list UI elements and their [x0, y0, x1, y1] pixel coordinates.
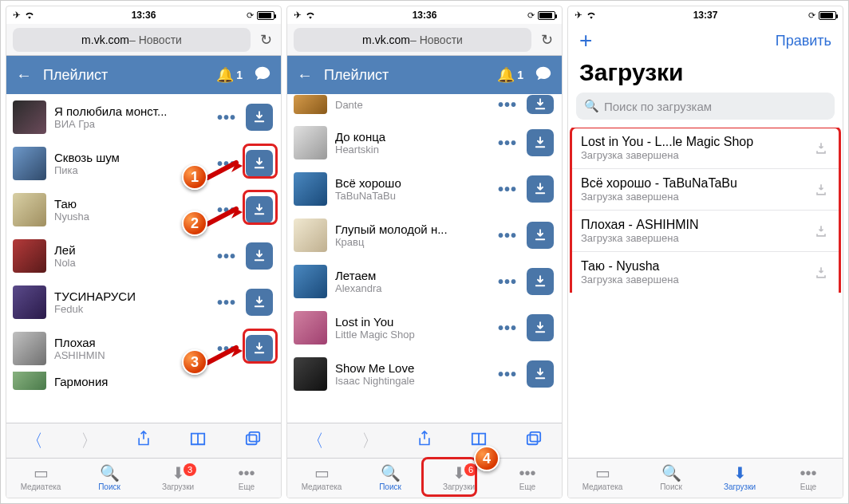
track-list[interactable]: Я полюбила монст...ВИА Гра••• Сквозь шум…	[6, 94, 281, 423]
search-input[interactable]: 🔍 Поиск по загрузкам	[576, 93, 835, 120]
clock: 13:36	[132, 10, 156, 21]
bell-icon[interactable]: 🔔1	[216, 66, 243, 84]
share-icon[interactable]	[136, 430, 152, 452]
download-button[interactable]	[527, 175, 554, 203]
vk-header: ← Плейлист 🔔1	[287, 56, 562, 94]
download-button[interactable]	[527, 129, 554, 156]
track-list[interactable]: Dante••• До концаHeartskin••• Всё хорошо…	[287, 94, 562, 423]
track-row[interactable]: ПлохаяASHIHMIN•••	[6, 325, 281, 372]
track-artist: Heartskin	[335, 144, 488, 156]
phone-3: ✈ 13:37 ⟳ + Править Загрузки 🔍 Поиск по …	[567, 6, 843, 498]
track-title: Сквозь шум	[54, 151, 207, 164]
track-row[interactable]: Сквозь шумПика•••	[6, 140, 281, 187]
download-button[interactable]	[527, 360, 554, 388]
download-status: Загрузка завершена	[581, 274, 804, 285]
track-row[interactable]: Lost in YouLittle Magic Shop•••	[287, 305, 562, 351]
more-icon[interactable]: •••	[215, 293, 238, 312]
more-icon[interactable]: •••	[215, 155, 238, 173]
download-button[interactable]	[246, 104, 273, 131]
track-row[interactable]: До концаHeartskin•••	[287, 120, 562, 166]
address-field[interactable]: m.vk.com – Новости	[13, 28, 251, 52]
tab-downloads[interactable]: ⬇3Загрузки	[144, 465, 212, 491]
track-title: Lost in You	[335, 315, 488, 329]
more-icon[interactable]: •••	[496, 226, 519, 245]
address-field[interactable]: m.vk.com – Новости	[294, 28, 531, 52]
bell-icon[interactable]: 🔔1	[497, 66, 523, 84]
track-row[interactable]: Show Me LoveIsaac Nightingale•••	[287, 351, 562, 397]
download-button[interactable]	[246, 289, 273, 316]
redownload-icon[interactable]	[812, 181, 830, 199]
track-row[interactable]: Глупый молодой н...Кравц•••	[287, 212, 562, 258]
edit-button[interactable]: Править	[776, 33, 831, 49]
track-row[interactable]: Я полюбила монст...ВИА Гра•••	[6, 94, 281, 140]
tab-badge: 3	[184, 463, 196, 476]
more-icon[interactable]: •••	[215, 247, 238, 266]
back-icon[interactable]: ←	[297, 66, 313, 85]
download-button[interactable]	[527, 222, 554, 249]
tab-library[interactable]: ▭Медиатека	[287, 465, 356, 491]
chat-icon[interactable]	[535, 65, 552, 86]
redownload-icon[interactable]	[812, 264, 830, 282]
tab-more[interactable]: •••Еще	[493, 465, 562, 491]
download-button[interactable]	[246, 242, 273, 270]
download-button[interactable]	[246, 150, 273, 177]
download-button[interactable]	[527, 95, 554, 114]
tab-more[interactable]: •••Еще	[774, 465, 843, 491]
tab-more[interactable]: •••Еще	[212, 465, 281, 491]
redownload-icon[interactable]	[812, 140, 830, 157]
tab-library[interactable]: ▭Медиатека	[568, 465, 637, 491]
more-icon[interactable]: •••	[215, 108, 238, 127]
tabs-icon[interactable]	[244, 431, 262, 451]
chat-icon[interactable]	[254, 65, 271, 86]
tab-search[interactable]: 🔍Поиск	[356, 465, 424, 491]
more-icon[interactable]: •••	[496, 319, 519, 337]
bookmarks-icon[interactable]	[470, 431, 488, 451]
tab-search[interactable]: 🔍Поиск	[75, 465, 144, 491]
bookmarks-icon[interactable]	[189, 431, 207, 451]
download-button[interactable]	[246, 335, 273, 362]
download-button[interactable]	[527, 268, 554, 295]
track-row[interactable]: ЛейNola•••	[6, 233, 281, 279]
tab-library[interactable]: ▭Медиатека	[6, 465, 75, 491]
tab-search[interactable]: 🔍Поиск	[637, 465, 705, 491]
track-row[interactable]: Гармония	[6, 372, 281, 391]
wifi-icon	[586, 10, 597, 22]
wifi-icon	[305, 10, 316, 22]
share-icon[interactable]	[417, 430, 432, 452]
download-item[interactable]: Плохая - ASHIHMINЗагрузка завершена	[571, 211, 839, 252]
tabs-icon[interactable]	[525, 431, 543, 451]
track-row[interactable]: ТУСИНАРУСИFeduk•••	[6, 279, 281, 325]
downloads-header: + Править	[568, 24, 843, 57]
download-item[interactable]: Таю - NyushaЗагрузка завершена	[571, 252, 839, 293]
album-cover	[294, 265, 327, 298]
redownload-icon[interactable]	[812, 222, 830, 240]
reload-icon[interactable]: ↻	[257, 31, 274, 49]
more-icon[interactable]: •••	[496, 134, 519, 152]
nav-back-icon[interactable]: 〈	[306, 429, 324, 453]
more-icon[interactable]: •••	[215, 340, 238, 358]
safari-address-bar: m.vk.com – Новости ↻	[6, 24, 281, 56]
nav-back-icon[interactable]: 〈	[26, 429, 43, 453]
more-icon[interactable]: •••	[496, 273, 519, 291]
track-row[interactable]: Всё хорошоTaBuNaTaBu•••	[287, 166, 562, 212]
track-row[interactable]: ТаюNyusha•••	[6, 187, 281, 233]
reload-icon[interactable]: ↻	[538, 31, 555, 49]
download-button[interactable]	[246, 196, 273, 223]
more-icon[interactable]: •••	[215, 201, 238, 219]
track-title: Летаем	[335, 269, 488, 282]
track-row[interactable]: ЛетаемAlexandra•••	[287, 258, 562, 305]
add-button[interactable]: +	[579, 28, 592, 53]
download-item[interactable]: Всё хорошо - TaBuNaTaBuЗагрузка завершен…	[571, 169, 839, 211]
tab-downloads[interactable]: ⬇Загрузки	[705, 465, 774, 491]
back-icon[interactable]: ←	[16, 66, 32, 85]
downloads-list[interactable]: Lost in You - L...le Magic ShopЗагрузка …	[568, 128, 843, 293]
more-icon: •••	[238, 465, 255, 481]
tab-downloads[interactable]: ⬇6Загрузки	[424, 465, 493, 491]
battery-icon	[538, 11, 555, 20]
more-icon[interactable]: •••	[496, 96, 519, 114]
download-button[interactable]	[527, 314, 554, 341]
track-row[interactable]: Dante•••	[287, 94, 562, 120]
download-item[interactable]: Lost in You - L...le Magic ShopЗагрузка …	[571, 128, 839, 169]
more-icon[interactable]: •••	[496, 180, 519, 199]
more-icon[interactable]: •••	[496, 365, 519, 384]
